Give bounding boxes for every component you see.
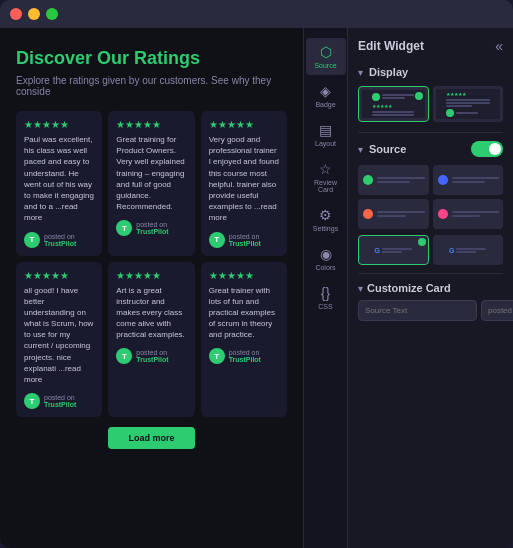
sidebar-item-layout[interactable]: ▤ Layout [306, 116, 346, 153]
customize-inputs [358, 300, 503, 321]
thumb-inner: ★★★★★ [362, 90, 425, 118]
panel-title: Edit Widget [358, 39, 424, 53]
posted-label: posted on [229, 349, 261, 356]
source-thumb-5[interactable]: G [358, 235, 429, 265]
avatar: T [24, 393, 40, 409]
review-footer: T posted on TrustPilot [24, 393, 94, 409]
source-thumb-1[interactable] [358, 165, 429, 195]
review-text: Great training for Product Owners. Very … [116, 134, 186, 212]
customize-card-title: Customize Card [367, 282, 451, 294]
review-footer: T posted on TrustPilot [116, 348, 186, 364]
display-thumb-2[interactable]: ★★★★★ [433, 86, 504, 122]
avatar: T [24, 232, 40, 248]
sidebar-item-review-card[interactable]: ☆ Review Card [306, 155, 346, 199]
sidebar-label-layout: Layout [315, 140, 336, 147]
source-name: TrustPilot [136, 228, 168, 235]
review-text: Very good and professional trainer I enj… [209, 134, 279, 224]
review-card: ★★★★★ all good! I have better understand… [16, 262, 102, 418]
source-section-title: Source [369, 143, 465, 155]
source-thumb-6[interactable]: G [433, 235, 504, 265]
display-thumb-1[interactable]: ★★★★★ [358, 86, 429, 122]
source-icon: ⬡ [320, 44, 332, 60]
review-card: ★★★★★ Paul was excellent, his class was … [16, 111, 102, 256]
display-section-title: Display [369, 66, 503, 78]
source-name: TrustPilot [44, 240, 76, 247]
selected-badge-2 [418, 238, 426, 246]
source-name: TrustPilot [44, 401, 76, 408]
badge-icon: ◈ [320, 83, 331, 99]
thumb-inner: ★★★★★ [436, 89, 501, 119]
app-window: Discover Our Ratings Explore the ratings… [0, 0, 513, 548]
customize-chevron: ▾ [358, 283, 363, 294]
sidebar-item-css[interactable]: {} CSS [306, 279, 346, 316]
review-text: Great trainer with lots of fun and pract… [209, 285, 279, 341]
css-icon: {} [321, 285, 330, 301]
display-thumb-grid: ★★★★★ ★★★★★ [358, 86, 503, 122]
review-text: Paul was excellent, his class was well p… [24, 134, 94, 224]
minimize-dot[interactable] [28, 8, 40, 20]
stars: ★★★★★ [116, 270, 186, 281]
source-thumb-4[interactable] [433, 199, 504, 229]
sidebar-item-source[interactable]: ⬡ Source [306, 38, 346, 75]
layout-icon: ▤ [319, 122, 332, 138]
source-name: TrustPilot [229, 356, 261, 363]
sidebar-label-settings: Settings [313, 225, 338, 232]
sidebar-item-colors[interactable]: ◉ Colors [306, 240, 346, 277]
review-text: Art is a great instructor and makes ever… [116, 285, 186, 341]
titlebar [0, 0, 513, 28]
close-dot[interactable] [10, 8, 22, 20]
sidebar-icons: ⬡ Source ◈ Badge ▤ Layout ☆ Review Card … [304, 28, 348, 548]
right-panel: ⬡ Source ◈ Badge ▤ Layout ☆ Review Card … [303, 28, 513, 548]
stars: ★★★★★ [209, 119, 279, 130]
source-text-input[interactable] [358, 300, 477, 321]
review-card: ★★★★★ Great trainer with lots of fun and… [201, 262, 287, 418]
page-subheading: Explore the ratings given by our custome… [16, 75, 287, 97]
display-section-header[interactable]: ▾ Display [358, 66, 503, 78]
maximize-dot[interactable] [46, 8, 58, 20]
stars: ★★★★★ [24, 119, 94, 130]
load-more-button[interactable]: Load more [108, 427, 194, 449]
review-footer: T posted on TrustPilot [116, 220, 186, 236]
review-footer: T posted on TrustPilot [209, 348, 279, 364]
posted-label: posted on [44, 394, 76, 401]
sidebar-label-review-card: Review Card [308, 179, 344, 193]
avatar: T [116, 220, 132, 236]
selected-badge [415, 92, 423, 100]
sidebar-label-css: CSS [318, 303, 332, 310]
divider-2 [358, 273, 503, 274]
settings-icon: ⚙ [319, 207, 332, 223]
source-thumb-grid-2: G G [358, 235, 503, 265]
sidebar-label-source: Source [314, 62, 336, 69]
review-card: ★★★★★ Great training for Product Owners.… [108, 111, 194, 256]
stars: ★★★★★ [24, 270, 94, 281]
panel-header: Edit Widget « [358, 38, 503, 54]
sidebar-label-badge: Badge [315, 101, 335, 108]
source-thumb-grid [358, 165, 503, 229]
source-thumb-3[interactable] [358, 199, 429, 229]
divider [358, 132, 503, 133]
content-area: Discover Our Ratings Explore the ratings… [0, 28, 513, 548]
posted-on-input[interactable] [481, 300, 513, 321]
left-panel: Discover Our Ratings Explore the ratings… [0, 28, 303, 548]
display-chevron: ▾ [358, 67, 363, 78]
source-name: TrustPilot [229, 240, 261, 247]
customize-card-header[interactable]: ▾ Customize Card [358, 282, 503, 294]
avatar: T [116, 348, 132, 364]
source-section-header[interactable]: ▾ Source [358, 141, 503, 157]
posted-label: posted on [229, 233, 261, 240]
collapse-button[interactable]: « [495, 38, 503, 54]
review-footer: T posted on TrustPilot [24, 232, 94, 248]
posted-label: posted on [136, 349, 168, 356]
source-thumb-2[interactable] [433, 165, 504, 195]
review-card-icon: ☆ [319, 161, 332, 177]
sidebar-item-settings[interactable]: ⚙ Settings [306, 201, 346, 238]
stars: ★★★★★ [116, 119, 186, 130]
review-card: ★★★★★ Art is a great instructor and make… [108, 262, 194, 418]
posted-label: posted on [136, 221, 168, 228]
source-toggle[interactable] [471, 141, 503, 157]
sidebar-item-badge[interactable]: ◈ Badge [306, 77, 346, 114]
page-heading: Discover Our Ratings [16, 48, 287, 69]
stars: ★★★★★ [209, 270, 279, 281]
settings-panel: Edit Widget « ▾ Display [348, 28, 513, 548]
colors-icon: ◉ [320, 246, 332, 262]
